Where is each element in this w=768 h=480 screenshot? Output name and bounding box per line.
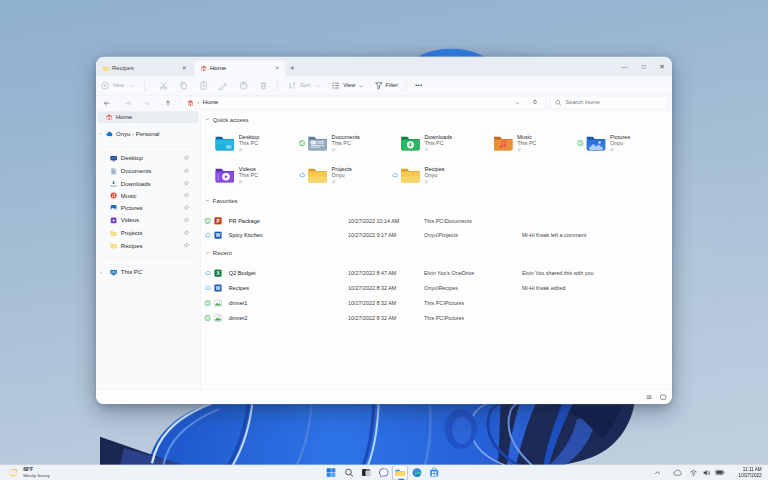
- svg-text:W: W: [216, 233, 221, 238]
- svg-text:W: W: [216, 286, 221, 291]
